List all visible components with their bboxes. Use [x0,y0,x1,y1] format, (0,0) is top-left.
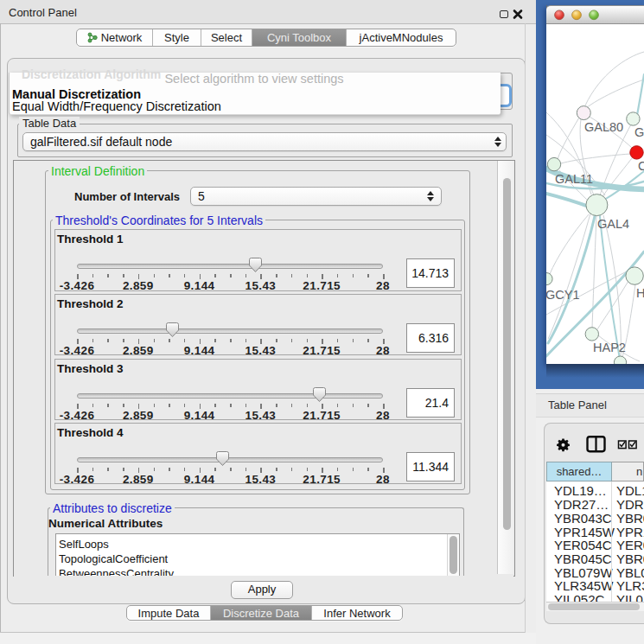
svg-text:C: C [638,159,644,173]
svg-text:H: H [636,286,644,300]
svg-text:GAL4: GAL4 [597,217,629,231]
svg-text:GAL11: GAL11 [555,172,593,186]
svg-text:GCY1: GCY1 [546,288,580,302]
svg-text:G.: G. [634,125,644,139]
svg-text:GAL80: GAL80 [584,120,623,134]
svg-text:HAP2: HAP2 [593,341,626,354]
